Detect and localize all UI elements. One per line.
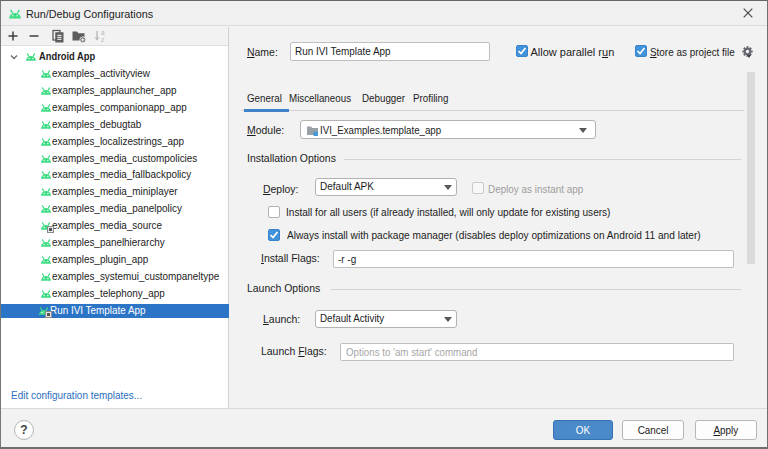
svg-text:z: z — [101, 36, 104, 43]
